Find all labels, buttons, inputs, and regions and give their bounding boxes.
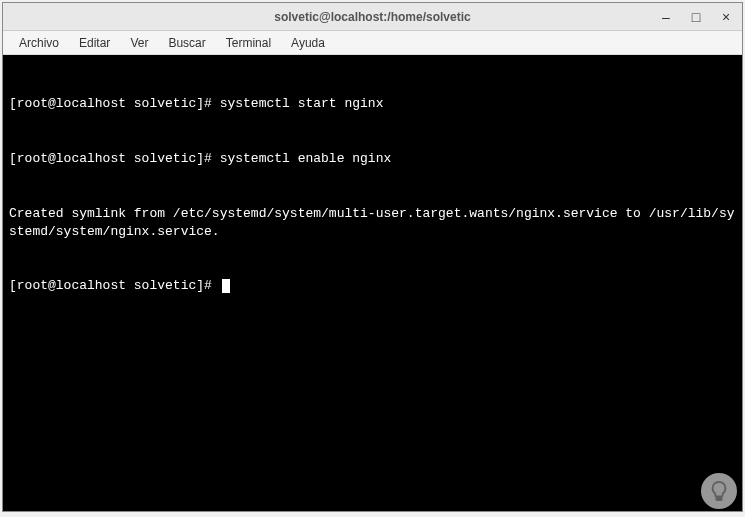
terminal-line: [root@localhost solvetic]# (9, 277, 736, 295)
terminal-window: solvetic@localhost:/home/solvetic – □ × … (2, 2, 743, 512)
menu-ver[interactable]: Ver (122, 34, 156, 52)
menu-terminal[interactable]: Terminal (218, 34, 279, 52)
window-title: solvetic@localhost:/home/solvetic (274, 10, 470, 24)
terminal-line: Created symlink from /etc/systemd/system… (9, 205, 736, 241)
menu-buscar[interactable]: Buscar (160, 34, 213, 52)
menu-editar[interactable]: Editar (71, 34, 118, 52)
shell-command (212, 278, 220, 293)
minimize-button[interactable]: – (656, 7, 676, 27)
menubar: Archivo Editar Ver Buscar Terminal Ayuda (3, 31, 742, 55)
maximize-button[interactable]: □ (686, 7, 706, 27)
shell-prompt: [root@localhost solvetic]# (9, 278, 212, 293)
shell-command: systemctl start nginx (212, 96, 384, 111)
shell-prompt: [root@localhost solvetic]# (9, 96, 212, 111)
close-button[interactable]: × (716, 7, 736, 27)
shell-output: Created symlink from /etc/systemd/system… (9, 206, 735, 239)
menu-archivo[interactable]: Archivo (11, 34, 67, 52)
window-controls: – □ × (656, 3, 736, 30)
shell-prompt: [root@localhost solvetic]# (9, 151, 212, 166)
menu-ayuda[interactable]: Ayuda (283, 34, 333, 52)
terminal-line: [root@localhost solvetic]# systemctl sta… (9, 95, 736, 113)
terminal-line: [root@localhost solvetic]# systemctl ena… (9, 150, 736, 168)
watermark-icon (701, 473, 737, 509)
terminal-output[interactable]: [root@localhost solvetic]# systemctl sta… (3, 55, 742, 511)
window-titlebar[interactable]: solvetic@localhost:/home/solvetic – □ × (3, 3, 742, 31)
terminal-cursor (222, 279, 230, 293)
shell-command: systemctl enable nginx (212, 151, 391, 166)
